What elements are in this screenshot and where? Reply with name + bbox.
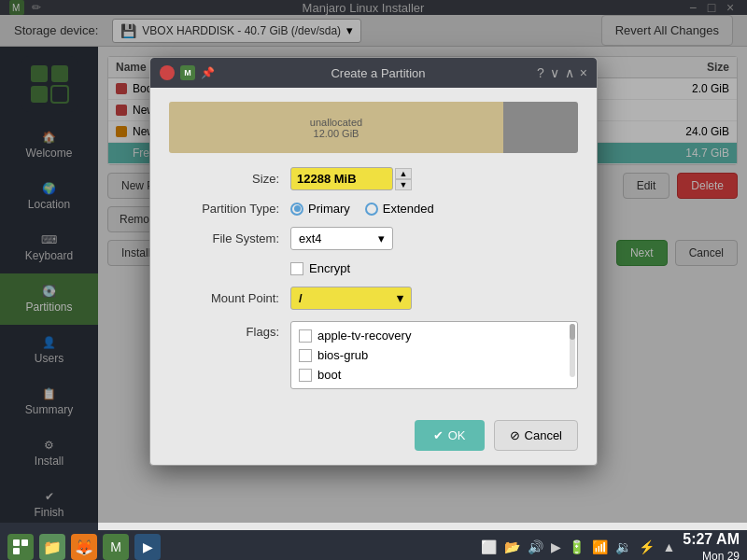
cancel-label: Cancel (525, 428, 562, 442)
dialog-close-button[interactable]: × (580, 65, 587, 80)
flag-item-0[interactable]: apple-tv-recovery (295, 326, 573, 345)
taskbar: 📁 🦊 M ▶ ⬜ 📂 🔊 ▶ 🔋 📶 🔉 ⚡ ▲ 5:27 AM Mon 29 (0, 530, 747, 560)
size-increment-button[interactable]: ▲ (395, 168, 412, 179)
flags-scrollbar-thumb (570, 324, 575, 340)
dialog-controls: ? ∨ ∧ × (537, 65, 587, 80)
dialog-help-button[interactable]: ? (537, 65, 544, 80)
svg-rect-8 (21, 539, 28, 546)
dialog-cancel-button[interactable]: ⊘ Cancel (494, 420, 578, 451)
taskbar-clock: 5:27 AM Mon 29 (683, 530, 740, 560)
manjaro-logo (11, 538, 30, 556)
installer-icon: M (110, 539, 121, 554)
terminal-tray-icon[interactable]: ▶ (551, 539, 561, 554)
unallocated-size: 12.00 GiB (314, 128, 359, 139)
encrypt-checkbox[interactable] (290, 262, 303, 275)
dialog-titlebar: M 📌 Create a Partition ? ∨ ∧ × (150, 58, 597, 88)
dialog-close-dot (160, 65, 175, 80)
dialog-app-icon: M (180, 65, 195, 80)
network-icon[interactable]: 📶 (592, 539, 608, 554)
battery-icon[interactable]: 🔋 (569, 539, 585, 554)
fs-dropdown-icon: ▾ (378, 231, 385, 245)
extended-radio[interactable]: Extended (365, 202, 434, 216)
partition-type-row: Partition Type: Primary Extended (169, 202, 578, 216)
primary-radio[interactable]: Primary (290, 202, 350, 216)
size-spinner: ▲ ▼ (395, 168, 412, 190)
flag-label-2: boot (317, 368, 341, 382)
encrypt-label: Encrypt (309, 261, 350, 275)
flag-item-2[interactable]: boot (295, 365, 573, 385)
cancel-circle-icon: ⊘ (510, 428, 520, 442)
dialog-overlay: M 📌 Create a Partition ? ∨ ∧ × unallocat… (0, 0, 747, 523)
taskbar-right: ⬜ 📂 🔊 ▶ 🔋 📶 🔉 ⚡ ▲ 5:27 AM Mon 29 (481, 530, 740, 560)
clock-date: Mon 29 (683, 550, 740, 560)
ok-label: OK (448, 428, 466, 442)
partition-type-control: Primary Extended (290, 202, 578, 216)
mount-dropdown-icon: ▾ (397, 291, 403, 305)
file-system-control: ext4 ▾ (290, 227, 578, 250)
svg-rect-9 (13, 548, 20, 554)
mount-point-select[interactable]: / ▾ (290, 287, 412, 310)
extended-label: Extended (383, 202, 434, 216)
dialog-buttons: ✔ OK ⊘ Cancel (150, 411, 597, 465)
partition-type-label: Partition Type: (169, 202, 290, 216)
flag-checkbox-0[interactable] (299, 329, 312, 343)
mount-point-control: / ▾ (290, 287, 578, 310)
volume-tray-icon[interactable]: 🔉 (615, 539, 631, 554)
partition-visual: unallocated 12.00 GiB (169, 102, 578, 153)
flags-row: Flags: apple-tv-recovery bios-grub boot (169, 321, 578, 389)
flag-label-1: bios-grub (317, 348, 368, 362)
up-arrow-icon[interactable]: ▲ (662, 539, 675, 554)
file-system-value: ext4 (299, 231, 322, 245)
size-row: Size: ▲ ▼ (169, 167, 578, 190)
flags-list: apple-tv-recovery bios-grub boot (290, 321, 578, 389)
taskbar-manjaro-icon[interactable] (7, 534, 34, 560)
size-decrement-button[interactable]: ▼ (395, 179, 412, 190)
dialog-pin-icon: 📌 (201, 66, 214, 79)
flag-checkbox-1[interactable] (299, 349, 312, 362)
taskbar-installer-icon[interactable]: M (103, 534, 129, 560)
svg-rect-7 (13, 539, 20, 546)
taskbar-files-icon[interactable]: 📁 (39, 534, 65, 560)
power-icon[interactable]: ⚡ (639, 539, 655, 554)
size-label: Size: (169, 172, 290, 186)
dialog-title: Create a Partition (219, 66, 537, 80)
flag-label-0: apple-tv-recovery (317, 329, 411, 343)
mount-point-value: / (299, 291, 303, 305)
primary-label: Primary (308, 202, 350, 216)
terminal-icon: ▶ (143, 539, 153, 554)
unallocated-bar: unallocated 12.00 GiB (169, 102, 503, 153)
flags-scrollbar[interactable] (570, 324, 575, 377)
dialog-ok-button[interactable]: ✔ OK (415, 420, 485, 451)
taskbar-terminal-icon[interactable]: ▶ (134, 534, 161, 560)
dialog-minimize-button[interactable]: ∨ (550, 65, 559, 80)
taskbar-firefox-icon[interactable]: 🦊 (71, 534, 97, 560)
dialog-maximize-button[interactable]: ∧ (565, 65, 574, 80)
files-tray-icon[interactable]: 📂 (504, 539, 520, 554)
primary-radio-dot (290, 203, 303, 216)
unallocated-label: unallocated (310, 117, 362, 128)
file-system-select[interactable]: ext4 ▾ (290, 227, 393, 250)
files-icon: 📁 (43, 539, 62, 556)
firefox-icon: 🦊 (75, 539, 93, 556)
dialog-body: unallocated 12.00 GiB Size: ▲ ▼ Parti (150, 88, 597, 411)
window-picker-icon[interactable]: ⬜ (481, 539, 497, 554)
extended-radio-dot (365, 203, 378, 216)
mount-point-label: Mount Point: (169, 291, 290, 305)
size-control: ▲ ▼ (290, 167, 578, 190)
clock-time: 5:27 AM (683, 530, 740, 550)
size-input[interactable] (290, 167, 393, 190)
ok-check-icon: ✔ (433, 428, 444, 442)
audio-icon[interactable]: 🔊 (528, 539, 543, 554)
file-system-row: File System: ext4 ▾ (169, 227, 578, 250)
allocated-bar (503, 102, 578, 153)
file-system-label: File System: (169, 231, 290, 245)
create-partition-dialog: M 📌 Create a Partition ? ∨ ∧ × unallocat… (149, 57, 598, 466)
flags-label: Flags: (169, 321, 290, 339)
flag-item-1[interactable]: bios-grub (295, 345, 573, 365)
flag-checkbox-2[interactable] (299, 369, 312, 382)
mount-point-row: Mount Point: / ▾ (169, 287, 578, 310)
encrypt-row: Encrypt (169, 261, 578, 275)
